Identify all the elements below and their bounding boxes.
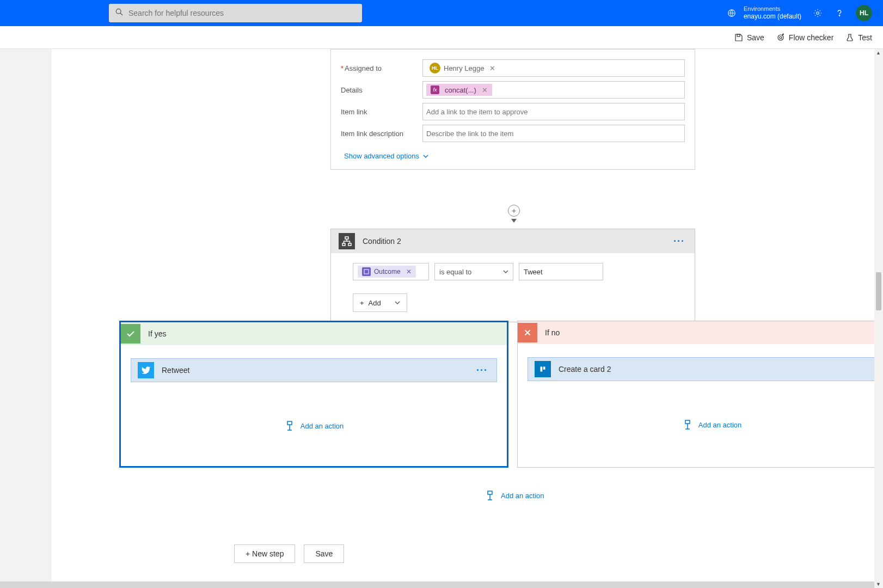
fx-chip[interactable]: fx concat(...) ✕ [426,84,492,96]
item-link-desc-input[interactable] [426,130,681,138]
connector: + [508,205,520,226]
environment-value: enayu.com (default) [744,13,801,21]
global-add-action-button[interactable]: Add an action [485,490,544,501]
condition-title: Condition 2 [363,237,664,246]
add-step-button[interactable]: + [508,205,520,217]
if-yes-header: If yes [121,322,507,345]
trello-action-card[interactable]: Create a card 2 ··· [528,357,883,381]
condition-body: Outcome ✕ is equal to Tweet + Add [331,253,695,322]
condition-operator-select[interactable]: is equal to [434,263,513,280]
new-step-button[interactable]: + New step [234,544,295,563]
remove-fx-icon[interactable]: ✕ [482,86,488,94]
if-no-title: If no [545,328,560,337]
check-icon [121,324,140,344]
svg-rect-15 [543,367,545,370]
item-link-desc-field[interactable] [422,125,685,142]
test-label: Test [858,33,872,42]
condition-left-field[interactable]: Outcome ✕ [353,263,429,280]
twitter-icon [138,362,154,378]
svg-point-0 [116,9,121,14]
horizontal-scrollbar[interactable] [0,581,874,588]
item-link-desc-label: Item link description [341,130,422,138]
if-no-branch[interactable]: If no Create a card 2 ··· Add an action [517,321,883,468]
retweet-more-icon[interactable]: ··· [474,365,490,376]
svg-point-3 [817,12,819,15]
svg-rect-10 [348,243,351,246]
search-box[interactable] [109,4,362,22]
flow-checker-label: Flow checker [789,33,833,42]
bottom-buttons: + New step Save [234,544,344,563]
chevron-down-icon [422,153,429,160]
item-link-field[interactable] [422,103,685,120]
approval-action-card[interactable]: *Assigned to HL Henry Legge ✕ Details fx… [330,49,695,170]
search-icon [115,8,123,18]
item-link-input[interactable] [426,108,681,116]
condition-icon [339,233,355,249]
condition-value-field[interactable]: Tweet [519,263,603,280]
flow-canvas[interactable]: *Assigned to HL Henry Legge ✕ Details fx… [52,49,883,588]
assigned-to-field[interactable]: HL Henry Legge ✕ [422,59,685,77]
trello-title: Create a card 2 [559,365,866,373]
plus-icon: + [360,299,364,307]
user-avatar[interactable]: HL [856,5,872,21]
outcome-token[interactable]: Outcome ✕ [358,266,416,278]
fx-icon: fx [431,85,439,94]
search-input[interactable] [128,9,355,17]
retweet-action-card[interactable]: Retweet ··· [131,358,497,382]
svg-point-7 [780,36,782,39]
vertical-scrollbar[interactable]: ▲ ▼ [874,49,883,588]
assigned-person-chip[interactable]: HL Henry Legge ✕ [426,62,499,75]
svg-rect-13 [539,365,547,373]
condition-header[interactable]: Condition 2 ··· [331,229,695,253]
details-field[interactable]: fx concat(...) ✕ [422,81,685,99]
svg-rect-11 [364,270,369,274]
item-link-label: Item link [341,108,422,116]
test-button[interactable]: Test [845,33,872,42]
environment-picker[interactable]: Environments enayu.com (default) [726,5,801,21]
svg-rect-17 [488,491,492,494]
settings-icon[interactable] [812,8,823,19]
svg-rect-5 [737,34,740,36]
save-button[interactable]: Save [734,33,764,42]
close-icon [518,323,537,342]
arrow-down-icon [511,219,517,223]
svg-line-1 [120,13,122,15]
show-advanced-options[interactable]: Show advanced options [344,152,429,160]
details-label: Details [341,86,422,94]
person-name: Henry Legge [444,64,484,72]
assigned-to-label: *Assigned to [341,64,422,72]
add-action-icon [682,419,693,430]
environment-label: Environments [744,5,801,13]
condition-card[interactable]: Condition 2 ··· Outcome ✕ is equal to [330,229,695,322]
if-yes-title: If yes [148,329,166,338]
no-add-action-button[interactable]: Add an action [528,419,883,430]
if-yes-branch[interactable]: If yes Retweet ··· Add an action [119,321,508,468]
remove-token-icon[interactable]: ✕ [406,268,412,275]
scroll-thumb[interactable] [876,272,881,310]
top-bar: Environments enayu.com (default) HL [0,0,883,26]
add-action-icon [284,420,295,431]
flow-checker-button[interactable]: Flow checker [776,33,833,42]
condition-add-button[interactable]: + Add [353,293,407,312]
chevron-down-icon [503,269,508,274]
environment-text: Environments enayu.com (default) [744,5,801,21]
remove-person-icon[interactable]: ✕ [489,64,495,72]
condition-more-icon[interactable]: ··· [671,236,687,247]
bottom-save-button[interactable]: Save [304,544,344,563]
svg-point-6 [778,35,783,40]
environment-icon [726,8,737,19]
person-avatar: HL [430,63,440,74]
svg-rect-12 [287,421,292,425]
svg-rect-9 [342,243,345,246]
scroll-up-icon[interactable]: ▲ [876,50,881,56]
yes-add-action-button[interactable]: Add an action [131,420,497,431]
token-icon [362,267,371,276]
help-icon[interactable] [834,8,845,19]
command-bar: Save Flow checker Test [0,26,883,49]
scroll-down-icon[interactable]: ▼ [876,581,881,587]
svg-rect-8 [345,237,348,239]
svg-rect-16 [685,420,690,424]
svg-point-4 [839,15,839,16]
if-no-header: If no [518,321,883,344]
trello-icon [535,361,551,377]
